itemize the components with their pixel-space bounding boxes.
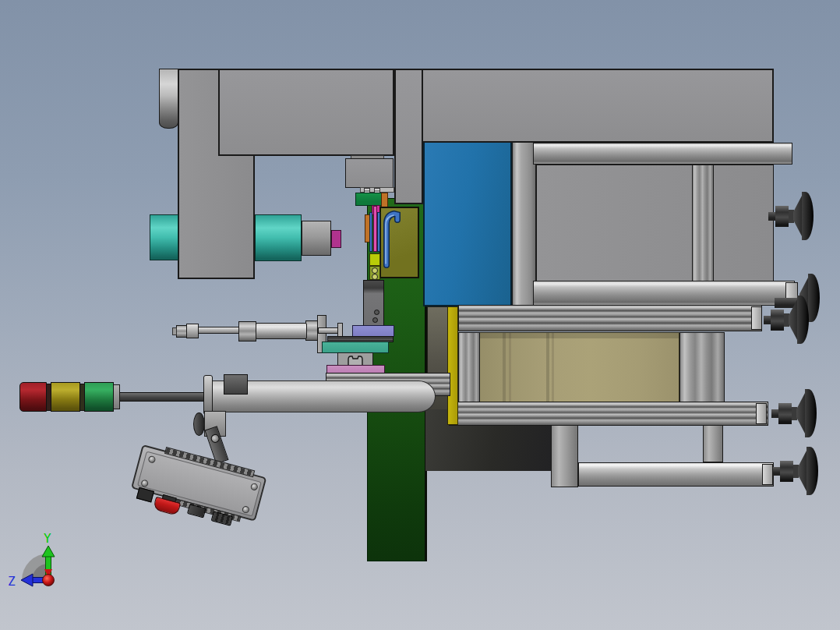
head-column[interactable] [394,69,423,204]
beam-end-cap [756,403,767,424]
fixture-strip-yellow[interactable] [447,306,458,425]
axis-y-label: Y [44,531,51,546]
axis-z-label: Z [8,574,16,589]
equipment-panel-blue[interactable] [423,141,512,306]
spindle-tip-magenta[interactable] [331,230,341,248]
screw-head [372,274,378,280]
enclosure-left-posts [458,332,480,402]
screw-head [372,267,378,274]
overhead-beam-left[interactable] [218,69,394,156]
spindle-cylinder-right[interactable] [255,214,302,261]
cylinder-hex-right [305,320,318,341]
rod-end-hex [176,325,187,338]
bent-tube-blue[interactable] [379,207,419,278]
x-axis-sphere[interactable] [43,575,55,586]
pneumatic-cylinder-body[interactable] [256,323,307,339]
enclosure-seam [509,333,511,402]
enclosure-seam [546,333,549,402]
tower-cap [113,384,120,409]
signal-ring [79,384,85,411]
aluminum-beam-upper[interactable] [458,305,762,331]
enclosure-seam [552,333,554,402]
enclosure-seam [503,333,506,402]
rail-end-cap [762,464,773,485]
aluminum-beam-lower[interactable] [449,402,768,426]
signal-ring [46,384,51,411]
spindle-cylinder-left[interactable] [150,214,178,260]
screw-head [374,310,379,315]
signal-light-red[interactable] [19,382,47,412]
spindle-housing[interactable] [302,221,331,256]
cylinder-rear-rod [318,327,338,334]
table-slab[interactable] [536,165,774,281]
table-bottom-rail[interactable] [533,281,795,306]
guide-rod-blue [369,212,372,252]
tube-clamp-block[interactable] [224,374,248,395]
tube-flange [203,375,213,415]
frame-mid-column[interactable] [679,332,725,403]
sensor-block-yellow[interactable] [369,253,380,266]
orientation-triad[interactable]: Y Z [5,524,92,616]
cylinder-rod [198,327,239,334]
press-head-block[interactable] [345,158,394,188]
guide-rod-blue [377,212,380,252]
arm-bolt [210,433,221,444]
cylinder-hex-left [238,321,256,342]
overhead-beam-right[interactable] [394,69,774,143]
control-pendant[interactable] [131,444,266,522]
table-divider-column[interactable] [692,165,714,281]
base-rail[interactable] [578,462,774,487]
linear-stage-teal[interactable] [322,342,389,353]
screw-block [369,266,380,280]
frame-leg-left[interactable] [551,425,578,487]
enclosure-tan[interactable] [458,332,679,402]
signal-tower-pole[interactable] [115,392,204,402]
frame-leg-right[interactable] [703,425,723,462]
signal-light-green[interactable] [84,382,114,412]
slide-block-dark[interactable] [363,280,384,327]
rod-fitting [186,324,199,338]
signal-light-yellow[interactable] [51,382,80,412]
clamp-knob[interactable] [193,412,205,436]
screw-head [372,317,378,323]
column-boss-cylinder[interactable] [159,69,178,129]
beam-end-cap [751,306,762,330]
slide-block-purple[interactable] [352,325,394,337]
rod-tip [172,327,177,335]
y-axis-arrowhead[interactable] [42,546,55,557]
enclosure-top-shade [459,333,679,338]
cad-viewport[interactable]: Y Z [0,0,840,630]
table-top-rail[interactable] [533,143,792,165]
